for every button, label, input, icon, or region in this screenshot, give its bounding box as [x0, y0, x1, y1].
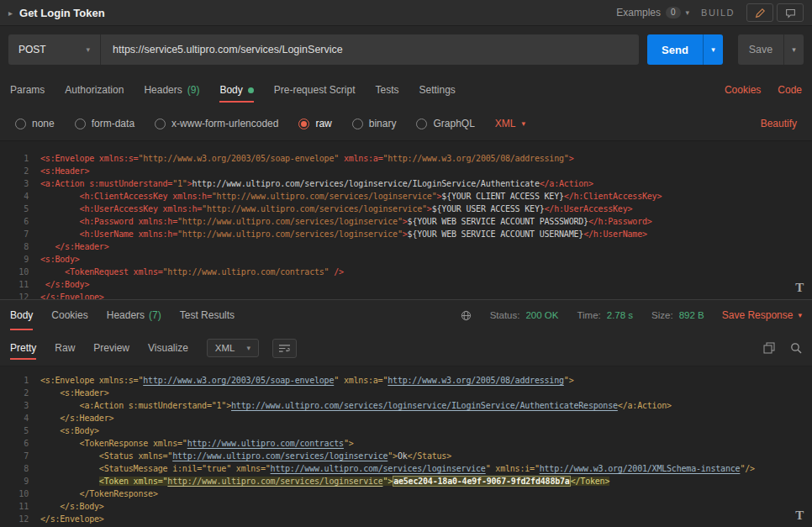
code-token: </s:Body> [45, 280, 89, 289]
code-content: <s:Body> [29, 253, 80, 266]
line-number: 3 [0, 399, 29, 412]
request-tab-links: Cookies Code [725, 84, 802, 96]
body-type-x-www-form-urlencoded[interactable]: x-www-form-urlencoded [155, 118, 278, 129]
code-content: <s:Envelope xmlns:s="http://www.w3.org/2… [29, 152, 573, 165]
code-line: 4 <h:ClientAccessKey xmlns:h="http://www… [0, 190, 812, 203]
send-button[interactable]: Send [647, 34, 703, 65]
save-button[interactable]: Save [738, 34, 783, 65]
code-token: ${YOUR WEB SERVICE ACCOUNT PASSSWORD} [408, 217, 588, 226]
tab-params[interactable]: Params [10, 73, 45, 107]
code-content: <s:Header> [29, 165, 89, 177]
code-content: <s:Body> [29, 424, 99, 437]
line-number: 7 [0, 228, 29, 240]
code-content: <s:Header> [29, 387, 109, 399]
request-body-editor[interactable]: T 1<s:Envelope xmlns:s="http://www.w3.or… [0, 141, 812, 299]
code-content: <h:Password xmlns:h="http://www.ultipro.… [29, 215, 652, 228]
search-response-button[interactable] [790, 342, 802, 354]
line-number: 5 [0, 424, 29, 437]
code-token [40, 192, 80, 201]
tab-settings[interactable]: Settings [419, 73, 456, 107]
network-globe-icon[interactable] [461, 310, 472, 321]
line-number: 12 [0, 513, 29, 525]
send-options-caret[interactable]: ▾ [703, 34, 723, 65]
body-type-label: GraphQL [433, 118, 474, 129]
body-language-value: XML [495, 118, 516, 129]
code-content: <StatusMessage i:nil="true" xmlns="http:… [29, 462, 755, 475]
code-token: <StatusMessage i:nil="true" xmlns=" [99, 464, 271, 473]
code-token: xmlns:a= [339, 154, 382, 163]
code-token: "1" [172, 179, 187, 188]
examples-dropdown[interactable]: Examples 0 ▾ [616, 7, 689, 18]
text-view-icon[interactable]: T [795, 509, 804, 523]
response-body-viewer[interactable]: T 1<s:Envelope xmlns:s="http://www.w3.or… [0, 366, 812, 527]
code-token: <s:Body> [40, 255, 80, 264]
tab-body[interactable]: Body [219, 73, 253, 107]
collapse-request-icon[interactable]: ▸ [8, 8, 13, 18]
chevron-down-icon: ▾ [798, 311, 802, 319]
response-meta: Status: 200 OK Time: 2.78 s Size: 892 B … [461, 309, 802, 321]
code-link[interactable]: Code [778, 84, 802, 96]
response-tab-cookies[interactable]: Cookies [51, 300, 87, 330]
radio-icon [298, 119, 309, 129]
edit-request-button[interactable] [746, 3, 773, 22]
body-type-none[interactable]: none [15, 118, 55, 129]
url-input[interactable]: https://service5.ultipro.com/services/Lo… [101, 34, 639, 65]
code-token: <TokenRequest xmlns= [65, 267, 162, 277]
code-token: <TokenResponse xmlns=" [80, 439, 187, 448]
cookies-link[interactable]: Cookies [725, 84, 761, 96]
code-line: 7 <Status xmlns="http://www.ultipro.com/… [0, 450, 812, 462]
body-type-graphql[interactable]: GraphQL [416, 118, 474, 129]
response-toolbar-right [763, 342, 802, 354]
comments-button[interactable] [777, 3, 804, 22]
tab-tests[interactable]: Tests [375, 73, 398, 107]
body-type-label: binary [369, 118, 397, 129]
body-type-raw[interactable]: raw [298, 118, 331, 129]
radio-icon [352, 119, 363, 129]
view-tab-raw[interactable]: Raw [55, 330, 75, 366]
copy-response-button[interactable] [763, 342, 775, 354]
view-tab-pretty[interactable]: Pretty [10, 330, 36, 366]
response-tab-body[interactable]: Body [10, 300, 33, 330]
body-language-select[interactable]: XML ▾ [495, 118, 525, 129]
response-language-select[interactable]: XML ▾ [207, 339, 259, 357]
view-tab-visualize[interactable]: Visualize [148, 330, 188, 366]
response-tab-headers[interactable]: Headers(7) [107, 300, 161, 330]
body-type-binary[interactable]: binary [352, 118, 397, 129]
tab-pre-request-script[interactable]: Pre-request Script [274, 73, 356, 107]
code-token [40, 217, 80, 226]
line-number: 4 [0, 412, 29, 424]
code-token [40, 267, 65, 277]
tab-authorization[interactable]: Authorization [65, 73, 124, 107]
body-type-label: none [32, 118, 55, 129]
code-token: "> [564, 376, 574, 385]
code-token: " xmlns:a=" [334, 376, 388, 385]
save-response-dropdown[interactable]: Save Response ▾ [722, 309, 802, 321]
code-token [40, 229, 80, 239]
status-value: 200 OK [525, 310, 558, 320]
code-content: <h:UserAccessKey xmlns:h="http://www.ult… [29, 203, 632, 215]
body-type-label: form-data [92, 118, 134, 129]
code-token: <s:Body> [60, 426, 99, 435]
beautify-link[interactable]: Beautify [761, 118, 797, 129]
response-tab-test-results[interactable]: Test Results [180, 300, 235, 330]
tab-label: Params [10, 84, 45, 96]
method-select[interactable]: POST ▾ [8, 34, 101, 65]
line-number: 9 [0, 253, 29, 266]
code-token: ${YOUR WEB SERVICE ACCOUNT USERNAME} [408, 229, 584, 239]
code-line: 5 <h:UserAccessKey xmlns:h="http://www.u… [0, 203, 812, 215]
wrap-lines-button[interactable] [272, 339, 297, 358]
save-options-caret[interactable]: ▾ [783, 34, 804, 65]
code-token: "http://www.ultipro.com/contracts" [163, 267, 330, 277]
code-token: </s:Header> [55, 242, 108, 251]
body-type-form-data[interactable]: form-data [75, 118, 134, 129]
code-content: </s:Header> [29, 412, 113, 424]
examples-label: Examples [616, 7, 661, 18]
line-number: 9 [0, 475, 29, 487]
text-view-icon[interactable]: T [795, 281, 804, 295]
body-active-dot [248, 87, 254, 93]
tab-headers[interactable]: Headers(9) [144, 73, 199, 107]
code-line: 8 <StatusMessage i:nil="true" xmlns="htt… [0, 462, 812, 475]
response-language-value: XML [215, 343, 235, 353]
code-content: <Status xmlns="http://www.ultipro.com/se… [29, 450, 451, 462]
view-tab-preview[interactable]: Preview [93, 330, 129, 366]
